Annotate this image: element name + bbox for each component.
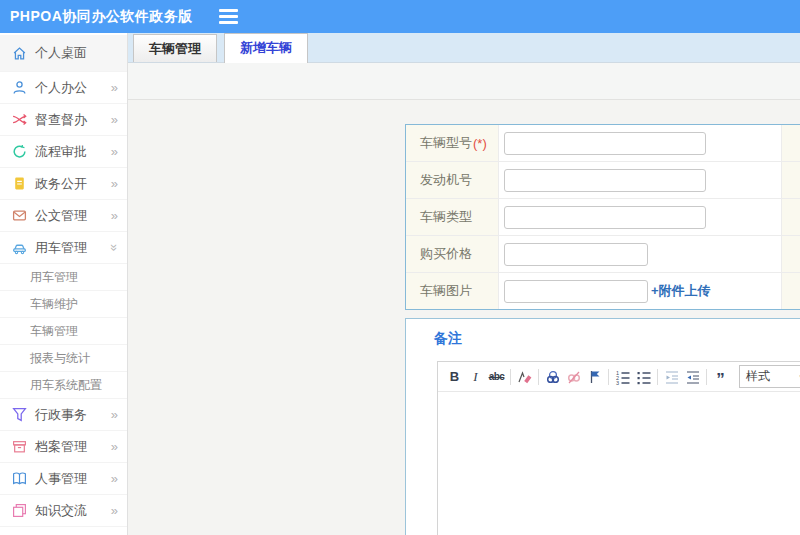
- indent-icon[interactable]: [682, 366, 703, 388]
- link-icon[interactable]: [542, 366, 563, 388]
- anchor-flag-icon[interactable]: [584, 366, 605, 388]
- form-row-vehicle-image: 车辆图片 +附件上传: [406, 272, 800, 309]
- layers-icon: [12, 503, 27, 518]
- sidebar-item-label: 人事管理: [35, 470, 111, 488]
- chevron-right-icon: »: [111, 408, 118, 421]
- sidebar-item-supervision[interactable]: 督查督办 »: [0, 104, 127, 136]
- chevron-right-icon: »: [111, 209, 118, 222]
- top-bar: PHPOA协同办公软件政务版: [0, 0, 800, 33]
- sidebar-item-label: 公文管理: [35, 207, 111, 225]
- sidebar-item-label: 用车管理: [35, 239, 111, 257]
- toolbar-separator: [538, 369, 539, 385]
- strikethrough-icon[interactable]: abc: [486, 366, 507, 388]
- svg-text:3: 3: [616, 380, 619, 385]
- chevron-down-icon: »: [108, 244, 121, 251]
- sidebar-item-administrative-affairs[interactable]: 行政事务 »: [0, 399, 127, 431]
- sidebar-item-personal-office[interactable]: 个人办公 »: [0, 72, 127, 104]
- sidebar-subitem-reports-statistics[interactable]: 报表与统计: [0, 345, 127, 372]
- app-title: PHPOA协同办公软件政务版: [10, 8, 193, 26]
- book-icon: [12, 471, 27, 486]
- field-label: 车辆图片: [406, 273, 499, 309]
- chevron-right-icon: »: [111, 472, 118, 485]
- spacer-cell: [781, 162, 800, 198]
- attachment-upload-link[interactable]: +附件上传: [651, 282, 711, 300]
- notes-editor-body[interactable]: [438, 392, 800, 535]
- refresh-icon: [12, 144, 27, 159]
- sidebar-subitem-vehicle-use[interactable]: 用车管理: [0, 264, 127, 291]
- chevron-right-icon: »: [111, 113, 118, 126]
- form-work-area: 车辆型号(*) 发动机号 车辆类型: [128, 100, 800, 535]
- purchase-price-input[interactable]: [504, 243, 648, 266]
- car-icon: [12, 240, 27, 255]
- home-icon: [12, 46, 27, 61]
- numbered-list-icon[interactable]: 123: [612, 366, 633, 388]
- tab-bar: 车辆管理 新增车辆: [128, 33, 800, 63]
- user-icon: [12, 80, 27, 95]
- sidebar-item-label: 行政事务: [35, 406, 111, 424]
- hamburger-menu-icon[interactable]: [219, 9, 238, 24]
- tab-vehicle-management[interactable]: 车辆管理: [133, 34, 217, 62]
- toolbar-separator: [657, 369, 658, 385]
- field-label: 购买价格: [406, 236, 499, 272]
- spacer-cell: [781, 273, 800, 309]
- sidebar-subitem-vehicle-admin[interactable]: 车辆管理: [0, 318, 127, 345]
- sidebar-item-label: 政务公开: [35, 175, 111, 193]
- form-row-purchase-price: 购买价格: [406, 235, 800, 272]
- form-row-vehicle-model: 车辆型号(*): [406, 125, 800, 161]
- sidebar-item-workflow-approval[interactable]: 流程审批 »: [0, 136, 127, 168]
- new-vehicle-form: 车辆型号(*) 发动机号 车辆类型: [405, 124, 800, 310]
- chevron-right-icon: »: [111, 440, 118, 453]
- remove-format-icon[interactable]: [514, 366, 535, 388]
- shuffle-icon: [12, 112, 27, 127]
- blockquote-icon[interactable]: ”: [710, 363, 731, 391]
- chevron-right-icon: »: [111, 81, 118, 94]
- chevron-right-icon: »: [111, 177, 118, 190]
- sidebar-subitem-vehicle-maintenance[interactable]: 车辆维护: [0, 291, 127, 318]
- spacer-cell: [781, 199, 800, 235]
- bold-icon[interactable]: B: [444, 366, 465, 388]
- sidebar-item-hr-management[interactable]: 人事管理 »: [0, 463, 127, 495]
- bullet-list-icon[interactable]: [633, 366, 654, 388]
- sidebar: 个人桌面 个人办公 » 督查督办 » 流程审批 »: [0, 33, 128, 535]
- sidebar-item-label: 知识交流: [35, 502, 111, 520]
- rich-text-editor: B I abc: [437, 361, 800, 535]
- archive-icon: [12, 439, 27, 454]
- vehicle-model-input[interactable]: [504, 132, 706, 155]
- content-area: 车辆管理 新增车辆 车辆型号(*) 发动机号: [128, 33, 800, 535]
- outdent-icon[interactable]: [661, 366, 682, 388]
- spacer-cell: [781, 125, 800, 161]
- sidebar-item-label: 档案管理: [35, 438, 111, 456]
- sidebar-item-label: 个人桌面: [35, 44, 118, 62]
- sidebar-item-label: 个人办公: [35, 79, 111, 97]
- style-select[interactable]: 样式▾: [739, 365, 800, 388]
- notes-panel: 备注 B I abc: [405, 318, 800, 535]
- italic-icon[interactable]: I: [465, 366, 486, 388]
- vehicle-image-input[interactable]: [504, 280, 648, 303]
- sidebar-item-label: 流程审批: [35, 143, 111, 161]
- engine-number-input[interactable]: [504, 169, 706, 192]
- vehicle-type-input[interactable]: [504, 206, 706, 229]
- document-icon: [12, 176, 27, 191]
- unlink-icon[interactable]: [563, 366, 584, 388]
- content-header-band: [128, 63, 800, 100]
- mail-icon: [12, 208, 27, 223]
- sidebar-item-official-docs[interactable]: 公文管理 »: [0, 200, 127, 232]
- spacer-cell: [781, 236, 800, 272]
- sidebar-item-vehicle-management[interactable]: 用车管理 »: [0, 232, 127, 264]
- chevron-right-icon: »: [111, 504, 118, 517]
- field-label: 车辆型号(*): [406, 125, 499, 161]
- sidebar-item-label: 督查督办: [35, 111, 111, 129]
- toolbar-separator: [608, 369, 609, 385]
- tab-new-vehicle[interactable]: 新增车辆: [224, 33, 308, 63]
- toolbar-separator: [706, 369, 707, 385]
- chevron-right-icon: »: [111, 145, 118, 158]
- field-label: 发动机号: [406, 162, 499, 198]
- form-row-engine-number: 发动机号: [406, 161, 800, 198]
- sidebar-item-archives[interactable]: 档案管理 »: [0, 431, 127, 463]
- sidebar-item-knowledge-exchange[interactable]: 知识交流 »: [0, 495, 127, 527]
- sidebar-item-gov-disclosure[interactable]: 政务公开 »: [0, 168, 127, 200]
- sidebar-subitem-vehicle-system-config[interactable]: 用车系统配置: [0, 372, 127, 399]
- field-label: 车辆类型: [406, 199, 499, 235]
- editor-toolbar: B I abc: [438, 362, 800, 392]
- sidebar-item-personal-desktop[interactable]: 个人桌面: [0, 35, 127, 72]
